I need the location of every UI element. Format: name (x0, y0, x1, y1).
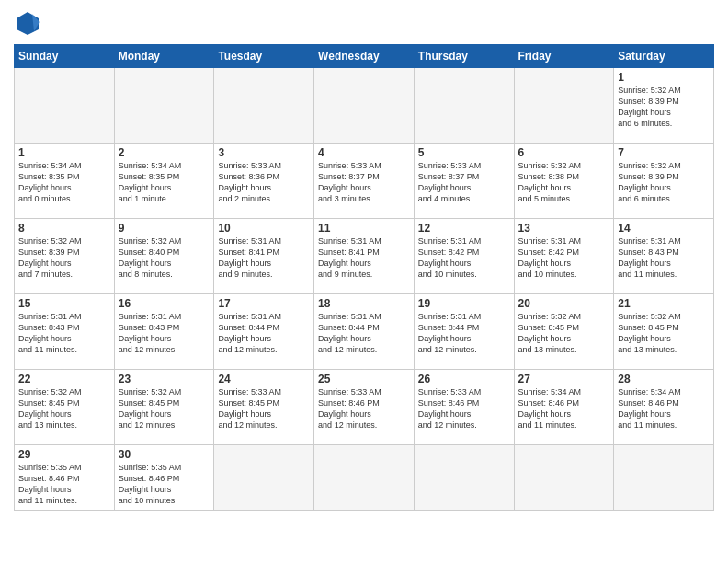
day-number: 20 (518, 297, 610, 310)
calendar-cell: 27Sunrise: 5:34 AMSunset: 8:46 PMDayligh… (514, 370, 614, 445)
day-number: 13 (518, 222, 610, 235)
calendar-cell: 13Sunrise: 5:31 AMSunset: 8:42 PMDayligh… (514, 219, 614, 294)
day-info: Sunrise: 5:31 AMSunset: 8:42 PMDaylight … (518, 236, 582, 279)
day-info: Sunrise: 5:32 AMSunset: 8:39 PMDaylight … (618, 161, 681, 203)
calendar-cell: 20Sunrise: 5:32 AMSunset: 8:45 PMDayligh… (514, 294, 614, 370)
day-number: 22 (18, 373, 110, 385)
day-number: 1 (18, 146, 110, 159)
calendar-cell: 18Sunrise: 5:31 AMSunset: 8:44 PMDayligh… (314, 294, 415, 370)
page: SundayMondayTuesdayWednesdayThursdayFrid… (0, 0, 728, 563)
calendar-cell: 1Sunrise: 5:32 AMSunset: 8:39 PMDaylight… (614, 68, 714, 144)
day-info: Sunrise: 5:33 AMSunset: 8:36 PMDaylight … (218, 161, 281, 203)
day-info: Sunrise: 5:32 AMSunset: 8:45 PMDaylight … (119, 387, 182, 430)
day-number: 29 (18, 448, 110, 461)
calendar-cell: 24Sunrise: 5:33 AMSunset: 8:45 PMDayligh… (214, 370, 314, 445)
day-info: Sunrise: 5:31 AMSunset: 8:44 PMDaylight … (418, 312, 482, 354)
calendar-cell: 5Sunrise: 5:33 AMSunset: 8:37 PMDaylight… (414, 144, 514, 219)
col-header-saturday: Saturday (614, 45, 714, 68)
header (14, 9, 714, 37)
day-info: Sunrise: 5:31 AMSunset: 8:41 PMDaylight … (218, 236, 281, 279)
day-info: Sunrise: 5:32 AMSunset: 8:45 PMDaylight … (518, 312, 582, 354)
day-info: Sunrise: 5:34 AMSunset: 8:35 PMDaylight … (119, 161, 182, 203)
day-info: Sunrise: 5:34 AMSunset: 8:46 PMDaylight … (518, 387, 582, 430)
day-info: Sunrise: 5:33 AMSunset: 8:46 PMDaylight … (418, 387, 482, 430)
day-number: 7 (618, 146, 710, 159)
calendar-cell (614, 445, 714, 511)
calendar-cell (214, 68, 314, 144)
day-info: Sunrise: 5:31 AMSunset: 8:43 PMDaylight … (119, 312, 182, 354)
calendar-cell (414, 445, 514, 511)
day-number: 11 (318, 222, 410, 235)
calendar-cell: 14Sunrise: 5:31 AMSunset: 8:43 PMDayligh… (614, 219, 714, 294)
day-info: Sunrise: 5:31 AMSunset: 8:43 PMDaylight … (618, 236, 681, 279)
week-row-2: 8Sunrise: 5:32 AMSunset: 8:39 PMDaylight… (15, 219, 714, 294)
calendar-cell: 7Sunrise: 5:32 AMSunset: 8:39 PMDaylight… (614, 144, 714, 219)
day-info: Sunrise: 5:32 AMSunset: 8:45 PMDaylight … (18, 387, 82, 430)
day-info: Sunrise: 5:31 AMSunset: 8:44 PMDaylight … (318, 312, 381, 354)
calendar-cell (114, 68, 214, 144)
calendar-cell: 23Sunrise: 5:32 AMSunset: 8:45 PMDayligh… (114, 370, 214, 445)
day-number: 6 (518, 146, 610, 159)
day-info: Sunrise: 5:32 AMSunset: 8:38 PMDaylight … (518, 161, 582, 203)
calendar-cell: 8Sunrise: 5:32 AMSunset: 8:39 PMDaylight… (15, 219, 115, 294)
calendar-cell: 16Sunrise: 5:31 AMSunset: 8:43 PMDayligh… (114, 294, 214, 370)
day-number: 24 (218, 373, 310, 385)
day-number: 12 (418, 222, 510, 235)
day-info: Sunrise: 5:35 AMSunset: 8:46 PMDaylight … (119, 463, 182, 505)
day-info: Sunrise: 5:34 AMSunset: 8:35 PMDaylight … (18, 161, 82, 203)
calendar-cell: 21Sunrise: 5:32 AMSunset: 8:45 PMDayligh… (614, 294, 714, 370)
day-number: 1 (618, 71, 710, 84)
logo-icon (14, 9, 41, 37)
day-number: 27 (518, 373, 610, 385)
day-info: Sunrise: 5:32 AMSunset: 8:45 PMDaylight … (618, 312, 681, 354)
day-number: 5 (418, 146, 510, 159)
week-row-1: 1Sunrise: 5:34 AMSunset: 8:35 PMDaylight… (15, 144, 714, 219)
col-header-thursday: Thursday (414, 45, 514, 68)
calendar-cell (414, 68, 514, 144)
day-number: 10 (218, 222, 310, 235)
day-number: 23 (119, 373, 210, 385)
calendar-cell (314, 68, 415, 144)
day-number: 26 (418, 373, 510, 385)
day-info: Sunrise: 5:34 AMSunset: 8:46 PMDaylight … (618, 387, 681, 430)
day-number: 28 (618, 373, 710, 385)
day-number: 16 (119, 297, 210, 310)
calendar-cell (214, 445, 314, 511)
calendar-cell: 19Sunrise: 5:31 AMSunset: 8:44 PMDayligh… (414, 294, 514, 370)
day-number: 19 (418, 297, 510, 310)
day-info: Sunrise: 5:31 AMSunset: 8:42 PMDaylight … (418, 236, 482, 279)
week-row-0: 1Sunrise: 5:32 AMSunset: 8:39 PMDaylight… (15, 68, 714, 144)
day-number: 18 (318, 297, 410, 310)
day-info: Sunrise: 5:32 AMSunset: 8:39 PMDaylight … (18, 236, 82, 279)
day-info: Sunrise: 5:33 AMSunset: 8:37 PMDaylight … (418, 161, 482, 203)
week-row-5: 29Sunrise: 5:35 AMSunset: 8:46 PMDayligh… (15, 445, 714, 511)
day-number: 14 (618, 222, 710, 235)
calendar-cell: 9Sunrise: 5:32 AMSunset: 8:40 PMDaylight… (114, 219, 214, 294)
logo (14, 9, 45, 37)
day-info: Sunrise: 5:31 AMSunset: 8:41 PMDaylight … (318, 236, 381, 279)
day-number: 2 (119, 146, 210, 159)
day-info: Sunrise: 5:35 AMSunset: 8:46 PMDaylight … (18, 463, 82, 505)
col-header-sunday: Sunday (15, 45, 115, 68)
col-header-wednesday: Wednesday (314, 45, 415, 68)
day-info: Sunrise: 5:33 AMSunset: 8:45 PMDaylight … (218, 387, 281, 430)
col-header-tuesday: Tuesday (214, 45, 314, 68)
calendar-cell: 30Sunrise: 5:35 AMSunset: 8:46 PMDayligh… (114, 445, 214, 511)
day-info: Sunrise: 5:31 AMSunset: 8:43 PMDaylight … (18, 312, 82, 354)
day-number: 21 (618, 297, 710, 310)
calendar-cell: 15Sunrise: 5:31 AMSunset: 8:43 PMDayligh… (15, 294, 115, 370)
day-info: Sunrise: 5:32 AMSunset: 8:40 PMDaylight … (119, 236, 182, 279)
day-number: 15 (18, 297, 110, 310)
week-row-4: 22Sunrise: 5:32 AMSunset: 8:45 PMDayligh… (15, 370, 714, 445)
calendar-cell: 29Sunrise: 5:35 AMSunset: 8:46 PMDayligh… (15, 445, 115, 511)
calendar-cell: 2Sunrise: 5:34 AMSunset: 8:35 PMDaylight… (114, 144, 214, 219)
day-info: Sunrise: 5:31 AMSunset: 8:44 PMDaylight … (218, 312, 281, 354)
calendar-cell: 28Sunrise: 5:34 AMSunset: 8:46 PMDayligh… (614, 370, 714, 445)
col-header-friday: Friday (514, 45, 614, 68)
day-info: Sunrise: 5:33 AMSunset: 8:37 PMDaylight … (318, 161, 381, 203)
day-number: 30 (119, 448, 210, 461)
calendar-cell (514, 445, 614, 511)
calendar-cell: 26Sunrise: 5:33 AMSunset: 8:46 PMDayligh… (414, 370, 514, 445)
day-number: 4 (318, 146, 410, 159)
col-header-monday: Monday (114, 45, 214, 68)
